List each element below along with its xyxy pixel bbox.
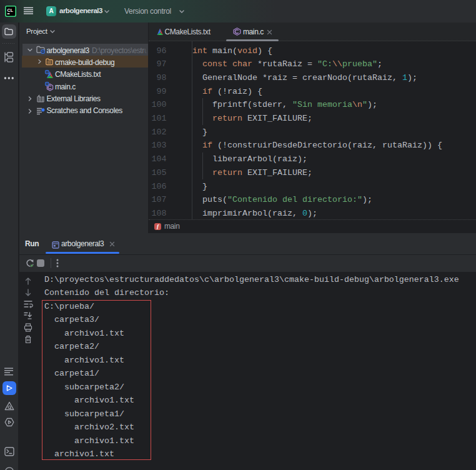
svg-text:CL: CL bbox=[7, 8, 14, 12]
